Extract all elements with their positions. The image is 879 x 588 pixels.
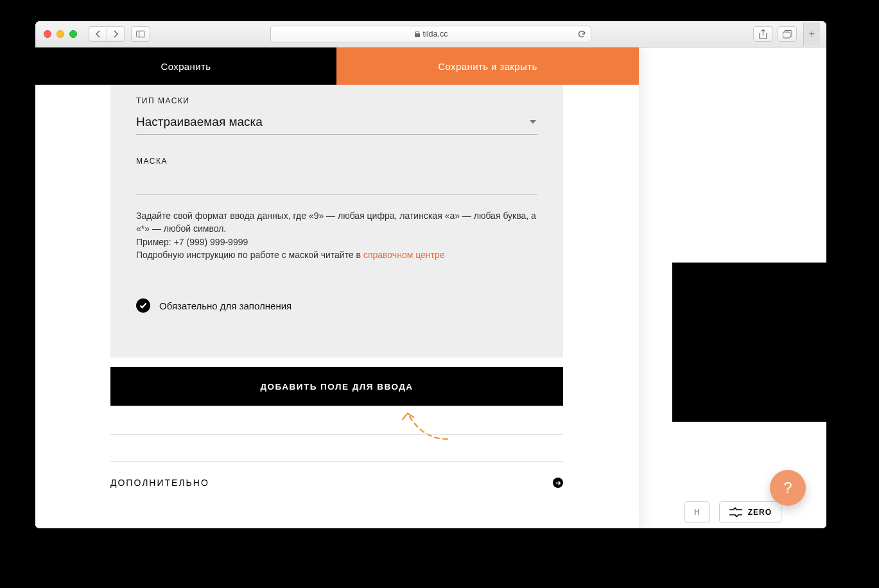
address-bar[interactable]: tilda.cc (270, 26, 591, 42)
tabs-button[interactable] (778, 26, 797, 42)
right-toolbar: + (753, 22, 820, 46)
mask-input[interactable] (136, 169, 537, 195)
browser-chrome: tilda.cc + (35, 21, 826, 48)
preview-dark-area (672, 263, 826, 422)
arrow-right-circle-icon (553, 478, 563, 488)
minimize-window-icon[interactable] (57, 30, 64, 38)
preview-buttons: Н ZERO (684, 501, 781, 523)
svg-rect-2 (783, 32, 790, 38)
svg-rect-0 (136, 31, 144, 37)
new-tab-button[interactable]: + (803, 22, 820, 46)
additional-section-toggle[interactable]: ДОПОЛНИТЕЛЬНО (110, 473, 563, 492)
zoom-window-icon[interactable] (69, 30, 77, 38)
zero-icon (729, 507, 743, 517)
mask-label: МАСКА (136, 157, 537, 166)
save-button[interactable]: Сохранить (35, 48, 336, 85)
mask-type-label: ТИП МАСКИ (136, 96, 537, 105)
required-row[interactable]: Обязательно для заполнения (136, 298, 537, 313)
address-text: tilda.cc (423, 30, 448, 39)
divider (110, 434, 563, 435)
back-button[interactable] (89, 26, 107, 42)
mask-type-value: Настраиваемая маска (136, 115, 263, 129)
mask-input-wrap (136, 169, 537, 195)
window-controls (44, 30, 77, 38)
lock-icon (414, 30, 421, 38)
required-label: Обязательно для заполнения (159, 300, 292, 311)
mask-type-select[interactable]: Настраиваемая маска (136, 109, 537, 135)
close-window-icon[interactable] (44, 30, 51, 38)
preview-button[interactable]: Н (684, 501, 710, 523)
annotation-arrow-icon (370, 404, 454, 441)
nav-group (89, 26, 125, 42)
chevron-down-icon (530, 120, 536, 124)
field-settings-panel: ТИП МАСКИ Настраиваемая маска МАСКА Зада… (110, 85, 563, 358)
viewport: ВСЕ БЛОКИ Обложка| Заголовок: средний| Л… (35, 48, 826, 528)
save-and-close-button[interactable]: Сохранить и закрыть (336, 48, 639, 85)
modal-header: Сохранить Сохранить и закрыть (35, 48, 639, 85)
zero-button[interactable]: ZERO (719, 501, 781, 523)
sidebar-toggle-button[interactable] (131, 26, 150, 42)
checkmark-icon (136, 298, 150, 313)
reload-icon[interactable] (578, 30, 586, 38)
help-fab-button[interactable]: ? (770, 470, 806, 506)
share-button[interactable] (753, 26, 772, 42)
help-center-link[interactable]: справочном центре (363, 250, 445, 260)
browser-window: tilda.cc + ВСЕ БЛОКИ Обложка| Заголовок:… (35, 21, 826, 528)
mask-help-text: Задайте свой формат ввода данных, где «9… (136, 209, 537, 261)
additional-section-label: ДОПОЛНИТЕЛЬНО (110, 478, 209, 488)
divider (110, 461, 563, 462)
forward-button[interactable] (107, 26, 125, 42)
settings-modal: Сохранить Сохранить и закрыть ТИП МАСКИ … (35, 48, 639, 528)
add-input-field-button[interactable]: ДОБАВИТЬ ПОЛЕ ДЛЯ ВВОДА (110, 367, 563, 406)
